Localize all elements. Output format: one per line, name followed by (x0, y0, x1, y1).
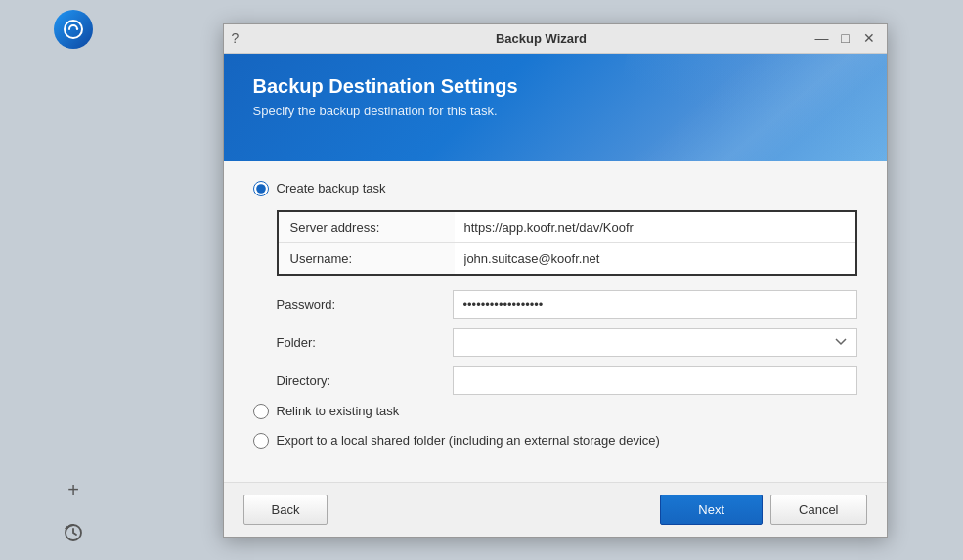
relink-task-radio[interactable] (253, 404, 269, 419)
backup-wizard-window: ? Backup Wizard — □ ✕ Backup Destination… (223, 23, 888, 538)
add-button[interactable]: + (56, 472, 91, 507)
directory-input[interactable] (453, 366, 857, 395)
window-header: Backup Destination Settings Specify the … (224, 54, 887, 161)
footer-right-buttons: Next Cancel (660, 495, 866, 525)
window-controls: — □ ✕ (812, 28, 879, 48)
create-task-option[interactable]: Create backup task (253, 181, 857, 196)
close-button[interactable]: ✕ (859, 28, 879, 48)
username-label: Username: (279, 243, 455, 274)
app-icon (54, 10, 93, 49)
export-option[interactable]: Export to a local shared folder (includi… (253, 433, 857, 449)
window-content: Create backup task Server address: Usern… (224, 161, 887, 482)
next-button[interactable]: Next (660, 495, 763, 525)
server-credentials-box: Server address: Username: (277, 210, 857, 276)
minimize-button[interactable]: — (812, 28, 832, 48)
folder-label: Folder: (277, 327, 453, 358)
maximize-button[interactable]: □ (836, 28, 855, 48)
relink-task-label[interactable]: Relink to existing task (277, 404, 400, 418)
window-titlebar: ? Backup Wizard — □ ✕ (224, 24, 887, 54)
username-input[interactable] (455, 244, 855, 273)
password-label: Password: (277, 289, 453, 320)
directory-row: Directory: (277, 366, 857, 396)
relink-task-option[interactable]: Relink to existing task (253, 404, 857, 419)
password-row: Password: (277, 289, 857, 320)
password-input[interactable] (453, 290, 857, 319)
header-subtitle: Specify the backup destination for this … (253, 104, 857, 118)
folder-row: Folder: (277, 327, 857, 358)
server-address-row: Server address: (279, 212, 855, 243)
server-address-input[interactable] (455, 213, 855, 241)
cancel-button[interactable]: Cancel (770, 495, 866, 525)
history-button[interactable] (56, 515, 91, 550)
header-title: Backup Destination Settings (253, 75, 857, 98)
server-address-label: Server address: (279, 212, 455, 242)
export-radio[interactable] (253, 433, 269, 449)
back-button[interactable]: Back (243, 495, 328, 525)
username-row: Username: (279, 243, 855, 274)
folder-select[interactable] (453, 328, 857, 357)
help-icon[interactable]: ? (232, 30, 240, 46)
window-footer: Back Next Cancel (224, 482, 887, 537)
titlebar-help[interactable]: ? (232, 29, 271, 47)
svg-point-0 (65, 21, 82, 38)
create-task-label[interactable]: Create backup task (277, 181, 386, 195)
extra-fields: Password: Folder: Directory: (277, 289, 857, 396)
export-label[interactable]: Export to a local shared folder (includi… (277, 433, 660, 448)
directory-label: Directory: (277, 366, 453, 396)
window-title: Backup Wizard (271, 31, 812, 46)
create-task-radio[interactable] (253, 181, 269, 196)
